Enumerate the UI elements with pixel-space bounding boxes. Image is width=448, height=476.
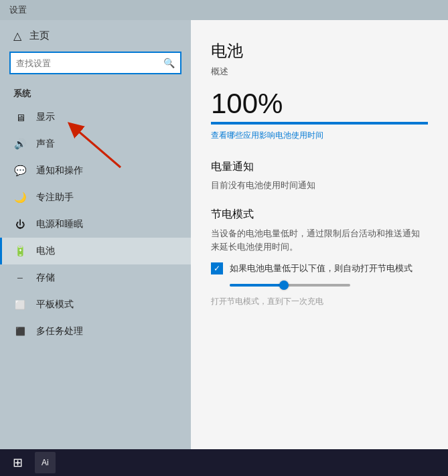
storage-label: 存储 [36,272,55,284]
home-icon: △ [13,29,21,42]
sidebar-item-tablet[interactable]: ⬜ 平板模式 [0,291,191,318]
battery-progress-bar [211,122,428,125]
focus-label: 专注助手 [36,191,74,204]
sidebar-item-notify[interactable]: 💬 通知和操作 [0,157,191,184]
slider-fill [230,284,284,287]
taskbar: ⊞ Ai [0,449,448,476]
search-box[interactable]: 🔍 [9,52,181,74]
display-icon: 🖥 [13,112,27,123]
battery-percentage: 100% [211,88,428,119]
content-subtitle: 概述 [211,66,428,78]
page-title: 电池 [211,40,428,62]
taskbar-ai-app[interactable]: Ai [35,452,56,473]
multitask-label: 多任务处理 [36,325,83,337]
slider-row [211,284,428,287]
sidebar-item-display[interactable]: 🖥 显示 [0,104,191,131]
checkbox-row[interactable]: 如果电池电量低于以下值，则自动打开节电模式 [211,262,428,274]
auto-saver-checkbox[interactable] [211,262,223,274]
battery-label: 电池 [36,245,55,257]
search-input[interactable] [16,58,163,68]
sidebar-item-home[interactable]: △ 主页 [0,20,191,52]
home-label: 主页 [29,29,50,42]
section-label: 系统 [0,81,191,104]
topbar-title: 设置 [9,4,27,16]
sound-label: 声音 [36,138,55,150]
battery-icon: 🔋 [13,245,27,257]
sidebar-item-sound[interactable]: 🔊 声音 [0,131,191,157]
notify-heading: 电量通知 [211,160,428,174]
sidebar-item-power[interactable]: ⏻ 电源和睡眠 [0,211,191,238]
sidebar-item-focus[interactable]: 🌙 专注助手 [0,184,191,211]
tablet-label: 平板模式 [36,299,74,311]
start-button[interactable]: ⊞ [3,449,32,476]
notify-desc: 目前没有电池使用时间通知 [211,179,428,191]
saver-heading: 节电模式 [211,208,428,222]
sidebar-item-storage[interactable]: ─ 存储 [0,264,191,291]
battery-apps-link[interactable]: 查看哪些应用影响电池使用时间 [211,130,428,141]
checkbox-label: 如果电池电量低于以下值，则自动打开节电模式 [230,262,413,274]
multitask-icon: ⬛ [13,327,27,336]
notify-icon: 💬 [13,165,27,177]
settings-topbar: 设置 [0,0,448,20]
slider-thumb[interactable] [279,281,289,290]
sidebar-item-multitask[interactable]: ⬛ 多任务处理 [0,318,191,345]
storage-icon: ─ [13,274,27,282]
notify-label: 通知和操作 [36,165,83,177]
content-area: 电池 概述 100% 查看哪些应用影响电池使用时间 电量通知 目前没有电池使用时… [191,20,448,449]
focus-icon: 🌙 [13,191,27,204]
ai-label: Ai [42,458,49,467]
sidebar: △ 主页 🔍 系统 🖥 显示 🔊 声音 💬 [0,20,191,449]
power-label: 电源和睡眠 [36,218,83,230]
display-label: 显示 [36,111,55,123]
battery-slider-track[interactable] [230,284,350,287]
search-wrap: 🔍 [0,52,191,81]
charge-label: 打开节电模式，直到下一次充电 [211,296,428,307]
sound-icon: 🔊 [13,138,27,150]
search-icon: 🔍 [163,58,175,68]
sidebar-item-battery[interactable]: 🔋 电池 [0,238,191,264]
saver-desc: 当设备的电池电量低时，通过限制后台活动和推送通知来延长电池使用时间。 [211,227,428,253]
power-icon: ⏻ [13,219,27,230]
tablet-icon: ⬜ [13,300,27,310]
